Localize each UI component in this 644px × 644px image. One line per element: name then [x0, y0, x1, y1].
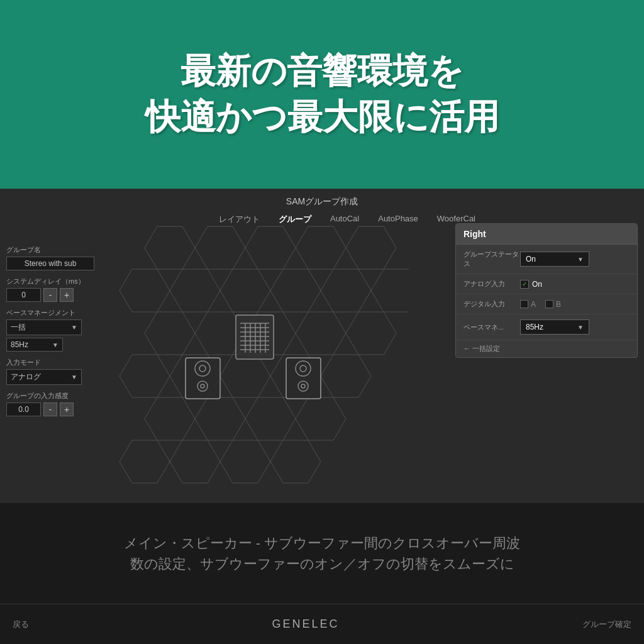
analog-input-checkbox[interactable] [520, 280, 529, 289]
svg-marker-25 [119, 440, 170, 483]
svg-marker-21 [145, 397, 195, 440]
bass-management-select[interactable]: 一括 ▼ [6, 319, 82, 335]
svg-marker-2 [245, 226, 296, 269]
svg-marker-3 [296, 226, 346, 269]
bottom-description: メイン・スピーカー - サブウーファー間のクロスオーバー周波 数の設定、サブウー… [124, 533, 521, 574]
svg-marker-15 [346, 312, 396, 355]
svg-marker-9 [321, 269, 371, 312]
digital-input-row: デジタル入力 A B [456, 294, 637, 314]
digital-input-label: デジタル入力 [464, 299, 520, 309]
svg-marker-28 [270, 440, 321, 483]
svg-marker-16 [119, 355, 170, 397]
svg-marker-0 [145, 226, 195, 269]
digital-options: A B [520, 300, 561, 309]
svg-marker-14 [296, 312, 346, 355]
svg-marker-22 [195, 397, 245, 440]
back-button[interactable]: 戻る [13, 619, 29, 630]
genelec-logo: GENELEC [272, 618, 339, 631]
sensitivity-label: グループの入力感度 [6, 391, 101, 401]
bass-manage-label: ベースマネ... [464, 323, 520, 332]
analog-input-row: アナログ入力 On [456, 274, 637, 294]
app-area: SAMグループ作成 レイアウト グループ AutoCal AutoPhase W… [0, 189, 644, 503]
delay-minus-btn[interactable]: - [43, 288, 57, 302]
digital-b-option[interactable]: B [545, 300, 561, 309]
bass-hz-select[interactable]: 85Hz ▼ [6, 338, 63, 352]
sensitivity-input[interactable]: 0.0 [6, 402, 41, 416]
digital-a-radio[interactable] [520, 300, 528, 308]
svg-marker-24 [296, 397, 346, 440]
group-status-label: グループステータス [464, 250, 520, 269]
chevron-down-icon: ▼ [577, 324, 584, 331]
group-name-label: グループ名 [6, 245, 101, 255]
header-title: 最新の音響環境を 快適かつ最大限に活用 [145, 48, 499, 140]
chevron-down-icon: ▼ [52, 341, 58, 348]
svg-marker-26 [170, 440, 220, 483]
svg-marker-1 [195, 226, 245, 269]
digital-b-radio[interactable] [545, 300, 553, 308]
system-delay-label: システムディレイ（ms） [6, 277, 101, 286]
svg-rect-47 [286, 358, 321, 399]
system-delay-input[interactable]: 0 [6, 288, 41, 302]
svg-rect-42 [186, 358, 220, 399]
chevron-down-icon: ▼ [577, 256, 584, 263]
header-banner: 最新の音響環境を 快適かつ最大限に活用 [0, 0, 644, 189]
svg-marker-23 [245, 397, 296, 440]
svg-marker-8 [270, 269, 321, 312]
app-title-bar: SAMグループ作成 [0, 189, 644, 211]
svg-marker-6 [170, 269, 220, 312]
input-mode-select[interactable]: アナログ ▼ [6, 369, 82, 385]
analog-input-checkbox-row: On [520, 280, 542, 289]
hex-grid [101, 220, 409, 491]
chevron-down-icon: ▼ [71, 324, 77, 331]
confirm-button[interactable]: グループ確定 [582, 619, 631, 630]
delay-plus-btn[interactable]: + [60, 288, 74, 302]
bass-management-label: ベースマネージメント [6, 308, 101, 318]
sensitivity-row: 0.0 - + [6, 402, 101, 416]
chevron-down-icon: ▼ [71, 374, 77, 380]
batch-setting-link[interactable]: ← 一括設定 [456, 340, 637, 357]
svg-marker-27 [220, 440, 270, 483]
group-status-row: グループステータス On ▼ [456, 245, 637, 274]
sensitivity-minus-btn[interactable]: - [43, 402, 57, 416]
digital-a-option[interactable]: A [520, 300, 536, 309]
group-status-select[interactable]: On ▼ [520, 252, 589, 267]
bass-manage-select[interactable]: 85Hz ▼ [520, 319, 589, 335]
bottom-nav: 戻る GENELEC グループ確定 [0, 604, 644, 644]
system-delay-row: 0 - + [6, 288, 101, 302]
svg-rect-29 [236, 315, 274, 359]
input-mode-label: 入力モード [6, 358, 101, 367]
app-title: SAMグループ作成 [0, 196, 644, 208]
bass-manage-row: ベースマネ... 85Hz ▼ [456, 314, 637, 340]
right-panel-title: Right [456, 224, 637, 245]
sensitivity-plus-btn[interactable]: + [60, 402, 74, 416]
svg-marker-5 [119, 269, 170, 312]
svg-marker-7 [220, 269, 270, 312]
svg-marker-20 [321, 355, 371, 397]
svg-marker-18 [220, 355, 270, 397]
group-name-input[interactable]: Stereo with sub [6, 257, 94, 270]
right-panel: Right グループステータス On ▼ アナログ入力 On デジタル入力 A [455, 223, 638, 358]
svg-marker-10 [371, 269, 409, 312]
bottom-text-area: メイン・スピーカー - サブウーファー間のクロスオーバー周波 数の設定、サブウー… [0, 503, 644, 604]
left-sidebar: グループ名 Stereo with sub システムディレイ（ms） 0 - +… [0, 233, 107, 425]
analog-input-label: アナログ入力 [464, 279, 520, 289]
svg-marker-11 [145, 312, 195, 355]
svg-marker-4 [346, 226, 396, 269]
